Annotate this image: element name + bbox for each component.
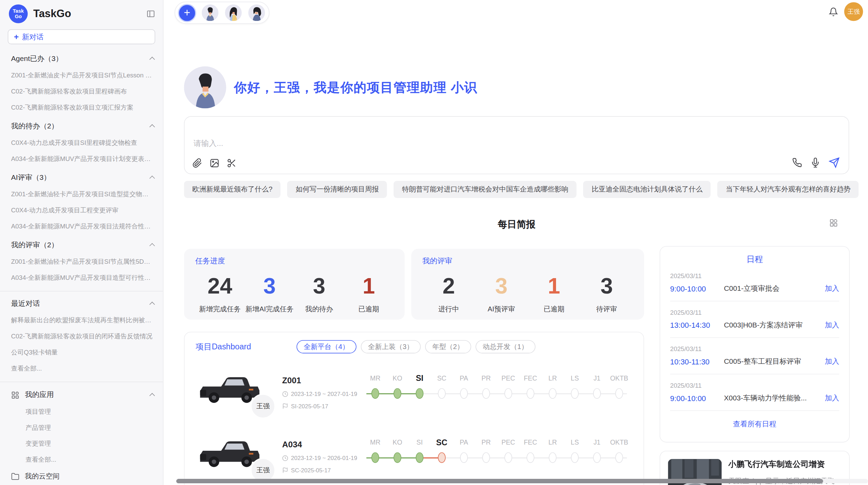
scissors-icon[interactable] [227,158,237,168]
recent-chat-item[interactable]: C02-飞腾新能源轻客改款项目的闭环通告反馈情况 [11,332,154,340]
milestone-dot [571,452,579,463]
sidebar-item-cloud-space[interactable]: 我的云空间 [11,472,154,481]
image-upload-icon[interactable] [209,158,219,168]
app-view-all[interactable]: 查看全部... [25,456,154,464]
section-header-my-review[interactable]: 我的评审（2） [11,240,154,250]
sidebar-item[interactable]: Z001-全新燃油皮卡产品开发项目SI节点Lesson Learn报告 [11,71,154,79]
schedule-item: 2025/03/11 13:00-14:30 C003|H0B-方案冻结评审 加… [670,301,839,338]
project-code: A034 [282,440,364,449]
tab-all-new-platform[interactable]: 全新平台（4） [297,340,357,353]
tab-all-new-body[interactable]: 全新上装（3） [361,340,421,353]
section-header-ai-review[interactable]: AI评审（3） [11,173,154,183]
add-member-button[interactable]: + [178,3,196,22]
schedule-time: 9:00-10:00 [670,394,724,402]
milestone-dot [438,388,446,399]
member-avatar[interactable] [247,3,266,22]
new-chat-button[interactable]: + 新对话 [8,29,155,45]
news-title: 小鹏飞行汽车制造公司增资 [728,459,842,470]
tab-year-model[interactable]: 年型（2） [425,340,471,353]
schedule-name: C001-立项审批会 [724,284,820,294]
owner-badge: 王强 [251,394,276,419]
member-avatar[interactable] [201,3,219,22]
send-icon[interactable] [829,157,840,168]
task-progress-card: 任务进度 24 新增完成任务 3 新增AI完成任务 3 我的待办 [184,249,405,320]
stat-new-ai-completed: 3 新增AI完成任务 [245,274,294,314]
sidebar-item[interactable]: C0X4-动力总成开发项目SI里程碑提交物检查 [11,139,154,147]
sidebar-item[interactable]: C02-飞腾新能源轻客改款项目里程碑画布 [11,87,154,96]
section-header-my-todo[interactable]: 我的待办（2） [11,121,154,131]
project-row-z001[interactable]: 王强 Z001 2023-12-19 ~ 2027-01-19 SI-2025-… [196,368,632,410]
sidebar-item[interactable]: C0X4-动力总成开发项目工程变更评审 [11,206,154,214]
join-link[interactable]: 加入 [825,320,839,330]
project-flag: SC-2025-05-17 [291,467,331,473]
horizontal-scrollbar[interactable] [176,479,823,483]
sidebar-item[interactable]: Z001-全新燃油轻卡产品开发项目SI节点属性5D文件评审 [11,258,154,266]
sidebar-item[interactable]: C02-飞腾新能源轻客改款项目立项汇报方案 [11,103,154,112]
project-code: Z001 [282,375,364,385]
assistant-avatar [184,66,226,109]
suggestion-chip[interactable]: 欧洲新规最近颁布了什么? [184,181,281,198]
suggestion-chip[interactable]: 特朗普可能对进口汽车增税会对中国车企造成哪些影响 [394,181,577,198]
section-header-agent-done[interactable]: Agent已办（3） [11,54,154,64]
sidebar-item[interactable]: A034-全新新能源MUV产品开发项目法规符合性评审 [11,222,154,231]
logo-line1: Task [13,8,24,14]
sidebar-item[interactable]: A034-全新新能源MUV产品开发项目计划变更表编写 [11,155,154,163]
join-link[interactable]: 加入 [825,357,839,366]
chat-composer [184,116,849,174]
milestone-dot [615,388,623,399]
app-item-change-mgmt[interactable]: 变更管理 [25,440,154,448]
suggestion-chip[interactable]: 如何写一份清晰的项目周报 [287,181,387,198]
clock-icon [282,391,288,397]
recent-chat-item[interactable]: 解释最新出台的欧盟报废车法规再生塑料比例被调至15%... [11,316,154,325]
divider [670,410,839,411]
stat-pending-review: 3 待评审 [580,274,633,314]
chevron-up-icon [149,302,155,307]
microphone-icon[interactable] [810,158,820,167]
join-link[interactable]: 加入 [825,393,839,403]
apps-grid-icon [11,391,19,399]
greeting-text: 你好，王强，我是你的项目管理助理 小识 [234,79,477,96]
schedule-time: 10:30-11:30 [670,358,724,366]
stat-overdue: 1 已逾期 [344,274,394,314]
schedule-name: C003|H0B-方案冻结评审 [724,320,820,330]
join-link[interactable]: 加入 [825,284,839,294]
main-area: + 王强 你好，王强，我是你的项目管理助理 小识 [164,0,868,485]
dashboard-title: 项目Dashboard [196,341,251,352]
suggestion-chip[interactable]: 比亚迪全固态电池计划具体说了什么 [583,181,711,198]
collapse-sidebar-icon[interactable] [146,9,155,18]
chevron-up-icon [149,124,155,130]
user-avatar[interactable]: 王强 [844,2,863,21]
section-header-my-apps[interactable]: 我的应用 [11,390,154,400]
new-chat-label: 新对话 [22,32,44,42]
milestone-dot [549,388,557,399]
schedule-item: 2025/03/11 9:00-10:00 X003-车辆动力学性能验... 加… [670,374,839,411]
view-all-schedule-link[interactable]: 查看所有日程 [670,419,839,429]
section-header-recent[interactable]: 最近对话 [11,299,154,309]
milestone-dot [571,388,579,399]
app-item-product-mgmt[interactable]: 产品管理 [25,424,154,432]
notification-bell-icon[interactable] [829,7,838,16]
recent-view-all[interactable]: 查看全部... [11,364,154,373]
milestone-dot [593,452,601,463]
milestone-timeline: MRKO SISC PAPR PECFEC LRLS J1OKTB [364,373,630,410]
layout-grid-icon[interactable] [829,219,838,227]
suggestion-chip[interactable]: 当下年轻人对汽车外观有怎样的喜好趋势 [718,181,859,198]
schedule-card: 日程 2025/03/11 9:00-10:00 C001-立项审批会 加入 2… [660,246,850,442]
recent-chat-item[interactable]: 公司Q3轻卡销量 [11,348,154,357]
plus-icon: + [14,32,19,41]
member-avatar[interactable] [224,3,243,22]
chevron-up-icon [149,243,155,249]
phone-call-icon[interactable] [792,158,802,167]
chat-input[interactable] [193,139,840,148]
project-row-a034[interactable]: 王强 A034 2023-12-19 ~ 2026-01-19 SC-2025-… [196,432,632,474]
attachment-icon[interactable] [192,158,202,168]
stat-my-todo: 3 我的待办 [294,274,344,314]
sidebar-item[interactable]: A034-全新新能源MUV产品开发项目造型可行性评审 [11,274,154,282]
milestone-dot-current [416,388,424,399]
tab-powertrain-dev[interactable]: 动总开发（1） [475,340,535,353]
milestone-dot [593,388,601,399]
app-item-project-mgmt[interactable]: 项目管理 [25,408,154,416]
schedule-date: 2025/03/11 [670,382,839,389]
divider [0,382,163,382]
sidebar-item[interactable]: Z001-全新燃油轻卡产品开发项目SI造型提交物评审 [11,190,154,198]
